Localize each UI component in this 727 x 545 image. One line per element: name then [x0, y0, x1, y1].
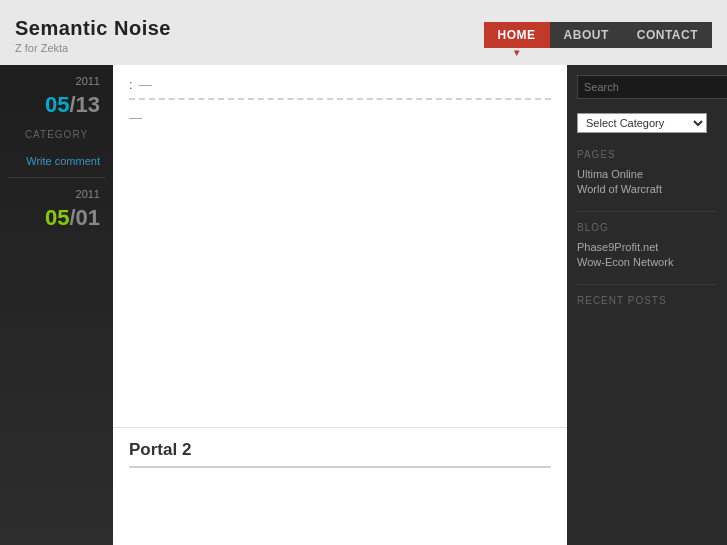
recent-posts-section: RECENT POSTS: [577, 295, 717, 306]
sidebar-divider-right-2: [577, 284, 717, 285]
post2-year: 2011: [8, 188, 100, 200]
post1-block: : — —: [113, 65, 567, 428]
post2-title: Portal 2: [129, 440, 551, 460]
left-sidebar: 2011 05/13 CATEGORY Write comment 2011 0…: [0, 65, 113, 545]
nav-about[interactable]: ABOUT: [550, 22, 623, 48]
link-phase9profit[interactable]: Phase9Profit.net: [577, 241, 717, 253]
post1-title-dash: —: [139, 77, 152, 92]
category-select[interactable]: Select Category: [577, 113, 707, 133]
post1-title-area: : —: [129, 77, 551, 92]
main-wrapper: 2011 05/13 CATEGORY Write comment 2011 0…: [0, 65, 727, 545]
content-area: : — — Portal 2: [113, 65, 567, 545]
nav-contact[interactable]: CONTACT: [623, 22, 712, 48]
post2-block: Portal 2: [113, 428, 567, 478]
post1-month: 05: [45, 92, 69, 117]
link-wow-econ[interactable]: Wow-Econ Network: [577, 256, 717, 268]
category-select-row: Select Category: [577, 113, 717, 133]
header: Semantic Noise Z for Zekta HOME ABOUT CO…: [0, 0, 727, 65]
nav-home[interactable]: HOME: [484, 22, 550, 48]
search-row: 🔍: [577, 75, 717, 99]
post1-daynum: 13: [76, 92, 100, 117]
post1-year: 2011: [8, 75, 100, 87]
site-title: Semantic Noise: [15, 17, 171, 40]
post1-body: [129, 125, 551, 415]
post2-month: 05: [45, 205, 69, 230]
pages-section: PAGES Ultima Online World of Warcraft: [577, 149, 717, 195]
blog-label: BLOG: [577, 222, 717, 233]
site-subtitle: Z for Zekta: [15, 42, 171, 54]
blog-section: BLOG Phase9Profit.net Wow-Econ Network: [577, 222, 717, 268]
post1-day: 05/13: [8, 87, 100, 119]
link-ultima-online[interactable]: Ultima Online: [577, 168, 717, 180]
post2-date-block: 2011 05/01: [8, 188, 105, 232]
pages-label: PAGES: [577, 149, 717, 160]
post1-content-dash: —: [129, 110, 551, 125]
post1-date-block: 2011 05/13: [8, 75, 105, 119]
recent-posts-label: RECENT POSTS: [577, 295, 717, 306]
post1-category-label: CATEGORY: [8, 129, 105, 140]
search-input[interactable]: [577, 75, 727, 99]
write-comment-link[interactable]: Write comment: [8, 155, 105, 167]
post2-day: 05/01: [8, 200, 100, 232]
post1-separator: [129, 98, 551, 100]
sidebar-divider-1: [8, 177, 105, 178]
post1-colon: :: [129, 77, 133, 92]
post2-daynum: 01: [76, 205, 100, 230]
nav-bar: HOME ABOUT CONTACT: [484, 22, 712, 48]
sidebar-divider-right-1: [577, 211, 717, 212]
post2-separator: [129, 466, 551, 468]
link-world-of-warcraft[interactable]: World of Warcraft: [577, 183, 717, 195]
right-sidebar: 🔍 Select Category PAGES Ultima Online Wo…: [567, 65, 727, 545]
site-title-block: Semantic Noise Z for Zekta: [15, 17, 171, 54]
